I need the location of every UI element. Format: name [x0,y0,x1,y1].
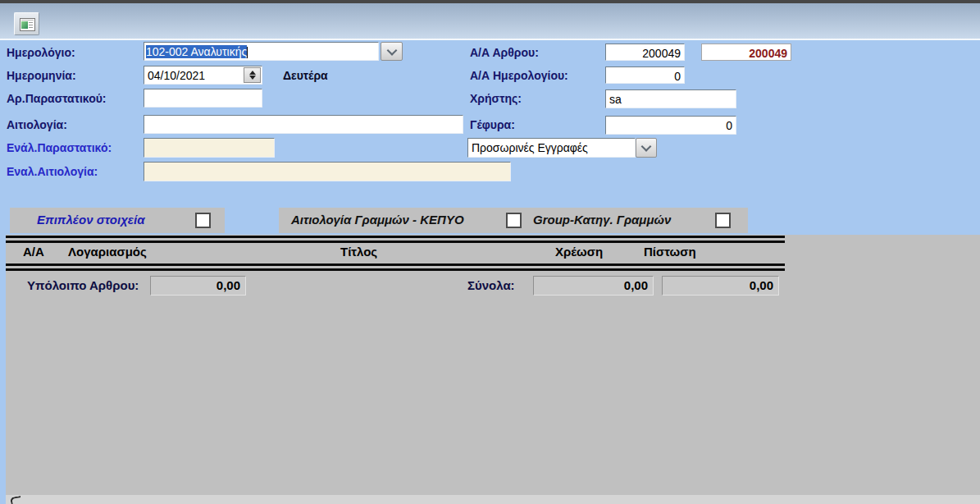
journal-selected-text: 102-002 Αναλυτικής [146,45,247,58]
user-label: Χρήστης: [470,92,522,105]
journal-dropdown-button[interactable] [381,42,403,61]
column-header-account: Λογαριασμός [68,245,147,259]
toolbar [0,3,980,40]
doc-no-field[interactable] [144,89,262,108]
entry-no-confirm-field: 200049 [701,44,791,61]
journal-report-button[interactable] [14,12,39,35]
column-header-aa: Α/Α [23,245,44,259]
journal-entry-window: Ημερολόγιο: Ημερομηνία: Αρ.Παραστατικού:… [0,0,980,504]
alt-reason-label: Εναλ.Αιτιολογία: [7,165,98,178]
journal-no-label: Α/Α Ημερολογίου: [470,69,568,82]
clipped-status-glyph [10,496,22,504]
chevron-down-icon [386,45,397,56]
entry-no-field[interactable]: 200049 [605,44,685,61]
extra-info-label: Επιπλέον στοιχεία [37,213,144,227]
weekday-label: Δευτέρα [283,69,328,82]
extra-info-checkbox[interactable] [195,213,211,228]
group-lines-label: Group-Κατηγ. Γραμμών [533,213,671,227]
grid-area [6,235,980,495]
column-header-debit: Χρέωση [555,245,603,259]
entry-type-dropdown-button[interactable] [636,138,657,158]
date-label: Ημερομηνία: [7,69,76,82]
user-field[interactable]: sa [605,89,736,108]
article-balance-label: Υπόλοιπο Αρθρου: [27,278,139,292]
journal-select[interactable]: 102-002 Αναλυτικής [144,42,379,61]
bridge-field[interactable]: 0 [605,116,736,135]
status-strip [6,495,980,504]
text-cursor [247,47,248,58]
grid-header-bottom-rule [6,263,785,271]
journal-no-field[interactable]: 0 [605,66,685,84]
alt-doc-label: Ενάλ.Παραστατικό: [7,141,112,154]
totals-label: Σύνολα: [467,278,515,292]
alt-doc-field[interactable] [144,138,275,158]
arrow-up-icon [249,71,256,75]
debit-total-field: 0,00 [533,276,654,296]
chevron-down-icon [641,141,652,152]
group-lines-checkbox[interactable] [715,213,731,228]
report-icon [20,18,35,31]
panel-left-margin [0,235,6,504]
arrow-down-icon [249,76,256,80]
column-header-credit: Πίστωση [644,245,696,259]
grid-header-top-rule [6,236,785,243]
entry-no-label: Α/Α Αρθρου: [470,46,539,59]
column-header-title: Τίτλος [340,245,377,259]
credit-total-field: 0,00 [662,276,779,296]
kepyo-checkbox[interactable] [506,213,522,228]
reason-field[interactable] [144,115,463,134]
reason-label: Αιτιολογία: [7,118,67,131]
doc-no-label: Αρ.Παραστατικού: [7,92,107,105]
article-balance-field: 0,00 [150,276,246,296]
alt-reason-field[interactable] [144,162,511,181]
bridge-label: Γέφυρα: [470,118,515,131]
kepyo-label: Αιτιολογία Γραμμών - ΚΕΠΥΟ [291,213,464,227]
date-spinner[interactable] [244,67,261,83]
journal-label: Ημερολόγιο: [7,46,75,59]
entry-type-select[interactable]: Προσωρινές Εγγραφές [467,138,636,158]
